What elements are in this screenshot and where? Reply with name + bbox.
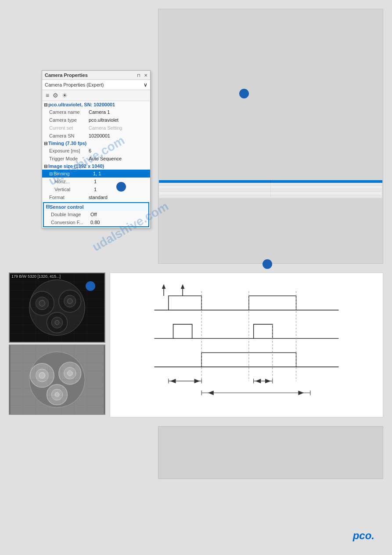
format-row: Format standard (42, 193, 150, 201)
format-label: Format (49, 195, 89, 200)
timing-section-label: Timing (7.30 fps) (48, 141, 86, 146)
sensor-section: ⊟ Sensor control Double Image Off Conver… (43, 202, 149, 227)
camera-properties-panel: Camera Properties ⊓ ✕ Camera Properties … (42, 70, 151, 229)
vertical-row: Vertical 1 (42, 185, 150, 193)
settings-icon[interactable]: ⚙ (53, 92, 58, 99)
sensor-label: Sensor control (50, 204, 84, 210)
camera-name-row: Camera name Camera 1 (42, 108, 150, 116)
pin-icon[interactable]: ⊓ (137, 73, 140, 78)
table-row-1 (159, 183, 382, 186)
table-row-3 (159, 189, 382, 192)
image-label-top: 179 B/W 5320 [1320, 415...] (11, 274, 61, 279)
table-row-5 (159, 195, 382, 198)
conversion-value: 0.80 (90, 220, 100, 225)
table-cell-4-1 (159, 192, 271, 195)
panel-toolbar: ≡ ⚙ ☀ (42, 90, 150, 101)
annotation-dot-3 (263, 259, 272, 269)
svg-point-10 (55, 320, 59, 325)
binning-value: 1, 1 (93, 171, 101, 176)
vertical-label: Vertical (54, 187, 94, 192)
svg-point-4 (39, 300, 45, 306)
right-content-area (158, 9, 383, 264)
trigger-mode-label: Trigger Mode (49, 156, 89, 161)
table-cell-5-2 (271, 195, 383, 198)
timing-diagram-area (110, 272, 383, 417)
double-image-value: Off (90, 212, 97, 217)
image-size-section-header: ⊟ Image size (1392 x 1040) (42, 163, 150, 170)
bottom-gray-area (158, 426, 383, 479)
binning-collapse-icon[interactable]: ⊟ (49, 171, 53, 176)
panel-dropdown[interactable]: Camera Properties (Expert) ∨ (42, 80, 150, 90)
table-cell-3-1 (159, 189, 271, 192)
close-icon[interactable]: ✕ (144, 73, 147, 78)
sensor-collapse-icon[interactable]: ⊟ (46, 204, 50, 210)
current-set-label: Current set (49, 125, 89, 131)
double-image-label: Double Image (51, 212, 90, 217)
image-size-collapse-icon[interactable]: ⊟ (44, 164, 47, 169)
conversion-label: Conversion F... (51, 220, 90, 225)
format-value: standard (89, 195, 108, 200)
binning-label: Binning (54, 171, 93, 176)
menu-icon[interactable]: ≡ (46, 92, 49, 99)
svg-point-31 (67, 371, 72, 376)
camera-type-label: Camera type (49, 117, 89, 123)
binning-row[interactable]: ⊟ Binning 1, 1 (42, 170, 150, 178)
current-set-value: Camera Setting (89, 125, 122, 131)
current-set-row: Current set Camera Setting (42, 124, 150, 132)
camera-type-row: Camera type pco.ultraviolet (42, 116, 150, 124)
main-page: Camera Properties ⊓ ✕ Camera Properties … (0, 0, 392, 555)
bottom-section: 179 B/W 5320 [1320, 415...] (9, 272, 383, 417)
svg-point-34 (55, 392, 59, 397)
table-cell-1-2 (271, 183, 383, 185)
panel-body: ⊟ pco.ultraviolet, SN: 10200001 Camera n… (42, 101, 150, 227)
trigger-mode-value: Auto Sequence (89, 156, 122, 161)
dropdown-chevron-icon: ∨ (144, 82, 147, 88)
camera-section-label: pco.ultraviolet, SN: 10200001 (48, 102, 115, 107)
right-table (159, 180, 382, 198)
table-row-2 (159, 186, 382, 189)
camera-sn-label: Camera SN (49, 133, 89, 138)
table-row-4 (159, 192, 382, 195)
table-cell-5-1 (159, 195, 271, 198)
camera-section-header: ⊟ pco.ultraviolet, SN: 10200001 (42, 101, 150, 108)
camera-type-value: pco.ultraviolet (89, 117, 119, 123)
exposure-value: 6 (89, 148, 91, 153)
annotation-dot-4 (86, 281, 95, 291)
annotation-dot-2 (116, 182, 126, 192)
image-size-label: Image size (1392 x 1040) (48, 163, 104, 169)
panel-title: Camera Properties (45, 73, 88, 78)
annotation-dot-1 (239, 89, 249, 98)
horiz-value: 1 (94, 179, 97, 184)
panel-title-icons: ⊓ ✕ (137, 73, 147, 78)
camera-sn-row: Camera SN 10200001 (42, 132, 150, 140)
sensor-section-header: ⊟ Sensor control (44, 203, 148, 210)
exposure-row: Exposure [ms] 6 (42, 147, 150, 155)
collapse-icon[interactable]: ⊟ (44, 102, 47, 107)
camera-name-label: Camera name (49, 109, 89, 115)
dropdown-label: Camera Properties (Expert) (45, 82, 104, 87)
exposure-label: Exposure [ms] (49, 148, 89, 153)
timing-collapse-icon[interactable]: ⊟ (44, 141, 47, 146)
pco-brand-text: pco. (353, 530, 374, 541)
svg-point-7 (67, 299, 72, 304)
vertical-value: 1 (94, 187, 97, 192)
fan-svg-bottom (10, 345, 104, 414)
fan-image-bottom (9, 345, 105, 415)
pco-logo: pco. (353, 530, 374, 542)
brightness-icon[interactable]: ☀ (62, 92, 68, 99)
table-cell-1-1 (159, 183, 271, 185)
conversion-row: Conversion F... 0.80 (44, 218, 148, 226)
table-cell-4-2 (271, 192, 383, 195)
horiz-label: Horiz... (54, 179, 94, 184)
camera-sn-value: 10200001 (89, 133, 110, 138)
timing-diagram-svg (123, 282, 370, 405)
table-cell-3-2 (271, 189, 383, 192)
svg-rect-48 (140, 282, 353, 405)
timing-section-header: ⊟ Timing (7.30 fps) (42, 140, 150, 147)
table-cell-2-1 (159, 186, 271, 189)
camera-name-value: Camera 1 (89, 109, 110, 115)
svg-point-28 (39, 372, 45, 378)
double-image-row: Double Image Off (44, 210, 148, 218)
horiz-row: Horiz... 1 (42, 178, 150, 185)
trigger-mode-row: Trigger Mode Auto Sequence (42, 155, 150, 163)
